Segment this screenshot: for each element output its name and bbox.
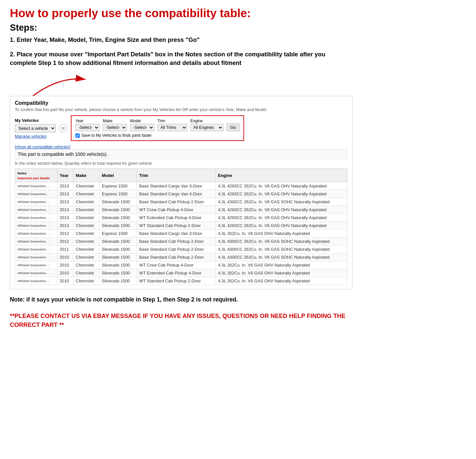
- engine-cell: 4.3L 4293CC 262Cu. In. V6 GAS OHV Natura…: [215, 190, 347, 198]
- model-cell: Silverado 1500: [99, 206, 137, 214]
- model-field: Model -Select-: [130, 119, 154, 131]
- year-cell: 2012: [57, 230, 73, 238]
- make-cell: Chevrolet: [73, 238, 99, 245]
- note-text: Note: if it says your vehicle is not com…: [10, 295, 352, 304]
- arrow-container: [10, 73, 352, 99]
- table-row: Mfrlabel:Serpentine ...2010ChevroletSilv…: [15, 253, 348, 261]
- model-cell: Silverado 1500: [99, 277, 137, 285]
- model-header: Model: [99, 169, 137, 182]
- steps-label: Steps:: [10, 22, 352, 33]
- table-row: Mfrlabel:Serpentine ...2010ChevroletSilv…: [15, 261, 348, 269]
- make-cell: Chevrolet: [73, 214, 99, 222]
- vehicle-select-row: Select a vehicle: [15, 124, 56, 132]
- year-cell: 2013: [57, 190, 73, 198]
- trim-cell: WT Standard Cab Pickup 2-Door: [137, 277, 215, 285]
- model-select[interactable]: -Select-: [130, 124, 154, 131]
- table-row: Mfrlabel:Serpentine ...2013ChevroletSilv…: [15, 214, 348, 222]
- important-part-label: Important part details: [17, 176, 50, 180]
- my-vehicles-label: My Vehicles: [15, 118, 56, 123]
- notes-header: Notes Important part details: [15, 169, 57, 182]
- year-select[interactable]: -Select-: [75, 124, 99, 131]
- make-cell: Chevrolet: [73, 206, 99, 214]
- model-cell: Silverado 1500: [99, 269, 137, 277]
- notes-cell: Mfrlabel:Serpentine ...: [15, 269, 57, 277]
- show-all-link[interactable]: [show all compatible vehicles]: [15, 144, 348, 149]
- make-cell: Chevrolet: [73, 190, 99, 198]
- compatibility-section: Compatibility To confirm that this part …: [10, 96, 352, 289]
- save-label: Save to My Vehicles to finds parts faste…: [81, 133, 152, 138]
- table-row: Mfrlabel:Serpentine...2013ChevroletExpre…: [15, 190, 348, 198]
- engine-label: Engine: [190, 119, 223, 123]
- make-cell: Chevrolet: [73, 253, 99, 261]
- trim-cell: WT Extended Cab Pickup 4-Door: [137, 214, 215, 222]
- step2-text: 2. Place your mouse over "Important Part…: [10, 50, 352, 67]
- trim-cell: WT Crew Cab Pickup 4-Door: [137, 206, 215, 214]
- model-cell: Silverado 1500: [99, 261, 137, 269]
- trim-cell: Base Standard Cab Pickup 2-Door: [137, 245, 215, 253]
- notes-cell: Mfrlabel:Serpentine ...: [15, 222, 57, 230]
- engine-cell: 4.3L 262Cu. In. V6 GAS OHV Naturally Asp…: [215, 277, 347, 285]
- year-cell: 2012: [57, 238, 73, 245]
- trim-cell: Base Standard Cargo Van 3-Door: [137, 230, 215, 238]
- model-cell: Express 1500: [99, 230, 137, 238]
- ymm-row: Year -Select- Make -Select- Model -Selec…: [75, 119, 239, 131]
- compatible-count: This part is compatible with 1000 vehicl…: [15, 149, 348, 159]
- year-cell: 2010: [57, 277, 73, 285]
- notes-cell: Mfrlabel:Serpentine...: [15, 190, 57, 198]
- table-row: Mfrlabel:Serpentine ...2010ChevroletSilv…: [15, 269, 348, 277]
- table-row: Mfrlabel:Serpentine ...2011ChevroletSilv…: [15, 245, 348, 253]
- engine-cell: 4.3L 262Cu. In. V6 GAS OHV Naturally Asp…: [215, 261, 347, 269]
- trim-header: Trim: [137, 169, 215, 182]
- year-header: Year: [57, 169, 73, 182]
- notes-cell: Mfrlabel:Serpentine ...: [15, 214, 57, 222]
- trim-cell: Base Standard Cargo Van 3-Door: [137, 182, 215, 190]
- notes-cell: Mfrlabel:Serpentine ...: [15, 182, 57, 190]
- trim-select[interactable]: All Trims: [157, 124, 187, 131]
- trim-cell: WT Crew Cab Pickup 4-Door: [137, 261, 215, 269]
- trim-cell: WT Extended Cab Pickup 4-Door: [137, 269, 215, 277]
- engine-cell: 4.3L 262Cu. In. V6 GAS OHV Naturally Asp…: [215, 269, 347, 277]
- manage-vehicles-link[interactable]: Manage vehicles: [15, 134, 56, 139]
- make-select[interactable]: -Select-: [103, 124, 127, 131]
- make-cell: Chevrolet: [73, 230, 99, 238]
- model-label: Model: [130, 119, 154, 123]
- year-cell: 2011: [57, 245, 73, 253]
- year-label: Year: [75, 119, 99, 123]
- save-checkbox-row: Save to My Vehicles to finds parts faste…: [75, 133, 239, 138]
- make-cell: Chevrolet: [73, 261, 99, 269]
- model-cell: Silverado 1500: [99, 253, 137, 261]
- notes-cell: Mfrlabel:Serpentine ...: [15, 206, 57, 214]
- trim-field: Trim All Trims: [157, 119, 187, 131]
- model-cell: Silverado 1500: [99, 238, 137, 245]
- trim-cell: WT Standard Cab Pickup 2-Door: [137, 222, 215, 230]
- main-title: How to properly use the compatibility ta…: [10, 7, 352, 20]
- engine-cell: 4.3L 4293CC 262Cu. In. V6 GAS OHV Natura…: [215, 182, 347, 190]
- go-button[interactable]: Go: [227, 124, 239, 131]
- table-row: Mfrlabel:Serpentine ...2012ChevroletExpr…: [15, 230, 348, 238]
- year-make-box: Year -Select- Make -Select- Model -Selec…: [71, 115, 244, 141]
- make-cell: Chevrolet: [73, 198, 99, 206]
- engine-cell: 4.3L 4300CC 262Cu. In. V6 GAS SOHC Natur…: [215, 198, 347, 206]
- year-cell: 2010: [57, 261, 73, 269]
- quantity-note: In the notes section below, Quantity ref…: [15, 161, 348, 166]
- table-row: Mfrlabel:Serpentine ...2012ChevroletSilv…: [15, 238, 348, 245]
- save-checkbox[interactable]: [75, 133, 80, 138]
- vehicle-select[interactable]: Select a vehicle: [15, 124, 56, 132]
- trim-cell: Base Standard Cab Pickup 2-Door: [137, 198, 215, 206]
- make-cell: Chevrolet: [73, 182, 99, 190]
- year-cell: 2013: [57, 182, 73, 190]
- make-cell: Chevrolet: [73, 277, 99, 285]
- model-cell: Silverado 1500: [99, 198, 137, 206]
- trim-cell: Base Standard Cab Pickup 2-Door: [137, 238, 215, 245]
- engine-select[interactable]: All Engines: [190, 124, 223, 131]
- table-row: Mfrlabel:Serpentine ...2013ChevroletSilv…: [15, 206, 348, 214]
- step1-text: 1. Enter Year, Make, Model, Trim, Engine…: [10, 36, 352, 44]
- compat-controls-row: My Vehicles Select a vehicle Manage vehi…: [15, 115, 348, 141]
- notes-cell: Mfrlabel:Serpentine ...: [15, 238, 57, 245]
- notes-cell: Mfrlabel:Serpentine ...: [15, 230, 57, 238]
- model-cell: Silverado 1500: [99, 245, 137, 253]
- model-cell: Silverado 1500: [99, 214, 137, 222]
- or-circle: or: [59, 124, 68, 132]
- engine-cell: 4.3L 262Cu. In. V6 GAS OHV Naturally Asp…: [215, 230, 347, 238]
- table-row: Mfrlabel:Serpentine ...2013ChevroletSilv…: [15, 198, 348, 206]
